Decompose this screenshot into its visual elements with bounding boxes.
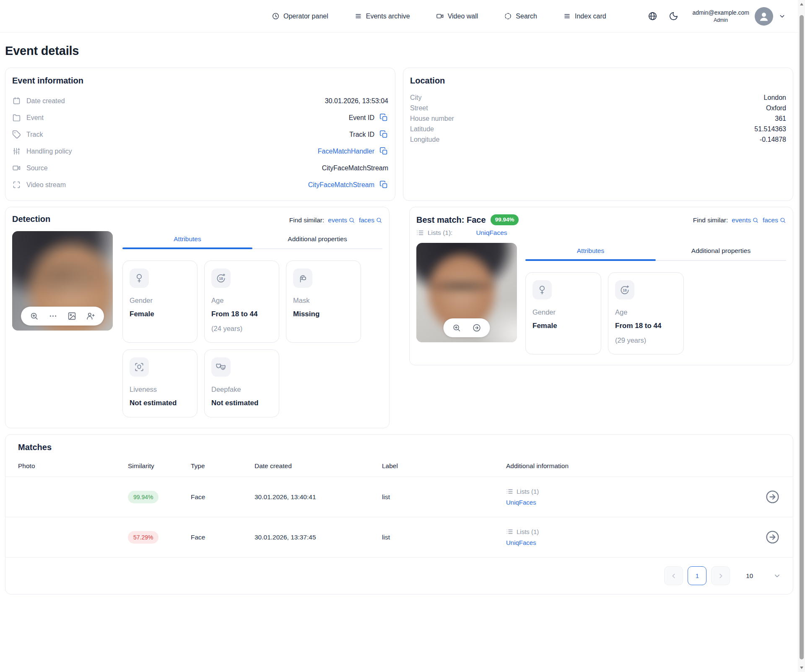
tab-additional-properties[interactable]: Additional properties: [656, 243, 786, 260]
page-size-chevron-icon[interactable]: [773, 572, 781, 580]
handling-policy-link[interactable]: FaceMatchHandler: [318, 148, 374, 155]
tab-attributes[interactable]: Attributes: [525, 243, 656, 260]
info-row-event: Event Event ID: [12, 111, 388, 124]
list-icon: [563, 12, 571, 20]
scrollbar[interactable]: [798, 0, 805, 672]
attribute-card-age: 18 Age From 18 to 44 (29 years): [608, 272, 684, 354]
header-controls: admin@example.com Admin: [648, 7, 786, 26]
column-similarity: Similarity: [128, 462, 191, 470]
find-similar-bar: Find similar: events faces: [289, 216, 382, 224]
open-match-arrow-icon[interactable]: [765, 489, 780, 505]
copy-icon[interactable]: [379, 113, 388, 122]
user-role: Admin: [692, 17, 749, 23]
attribute-card-age: 18 Age From 18 to 44 (24 years): [204, 260, 279, 343]
similarity-badge: 57.29%: [128, 531, 158, 544]
street-value: Oxford: [766, 104, 786, 112]
page-title: Event details: [5, 44, 793, 58]
lists-link-uniqfaces[interactable]: UniqFaces: [506, 539, 757, 546]
page-size-value[interactable]: 10: [746, 572, 753, 579]
column-date-created: Date created: [254, 462, 382, 470]
scroll-down-arrow[interactable]: [798, 664, 805, 671]
latitude-value: 51.514363: [754, 125, 786, 133]
lists-icon: [416, 229, 424, 237]
detection-face-photo[interactable]: [12, 231, 113, 331]
best-match-score-badge: 99.94%: [491, 214, 519, 225]
deepfake-masks-icon: [211, 357, 231, 377]
clock-icon: [272, 12, 280, 20]
go-to-arrow-icon[interactable]: [473, 323, 481, 332]
match-lists: Lists (1): [506, 528, 757, 535]
lists-link-uniqfaces[interactable]: UniqFaces: [506, 499, 757, 506]
attribute-card-mask: Mask Missing: [286, 260, 361, 343]
match-label: list: [382, 534, 506, 541]
user-menu[interactable]: admin@example.com Admin: [692, 7, 786, 26]
list-icon: [354, 12, 362, 20]
find-similar-faces-link[interactable]: faces: [763, 216, 786, 224]
find-similar-events-link[interactable]: events: [732, 216, 759, 224]
best-match-title: Best match: Face: [416, 215, 486, 225]
more-options-icon[interactable]: [49, 312, 57, 320]
matches-card: Matches Photo Similarity Type Date creat…: [5, 434, 793, 594]
nav-video-wall[interactable]: Video wall: [436, 12, 478, 20]
female-icon: [532, 280, 552, 300]
lists-link-uniqfaces[interactable]: UniqFaces: [476, 229, 507, 237]
zoom-in-icon[interactable]: [452, 323, 461, 332]
info-row-video-stream: Video stream CityFaceMatchStream: [12, 178, 388, 191]
location-row-city: City London: [410, 92, 786, 103]
column-label: Label: [382, 462, 506, 470]
fullscreen-icon: [12, 180, 21, 189]
attribute-card-liveness: Liveness Not estimated: [122, 349, 197, 417]
copy-icon[interactable]: [379, 147, 388, 156]
location-row-longitude: Longitude -0.14878: [410, 134, 786, 145]
tab-additional-properties[interactable]: Additional properties: [252, 231, 382, 248]
scrollbar-thumb[interactable]: [800, 15, 804, 659]
info-row-source: Source CityFaceMatchStream: [12, 161, 388, 175]
main-nav: Operator panel Events archive Video wall…: [272, 12, 606, 20]
user-email: admin@example.com: [692, 9, 749, 16]
copy-icon[interactable]: [379, 130, 388, 139]
best-match-tabs: Attributes Additional properties: [525, 243, 786, 261]
best-match-face-photo[interactable]: [416, 243, 517, 342]
info-row-date-created: Date created 30.01.2026, 13:53:04: [12, 94, 388, 107]
tag-icon: [12, 130, 21, 139]
nav-index-card[interactable]: Index card: [563, 12, 606, 20]
match-type: Face: [191, 534, 254, 541]
match-lists: Lists (1): [506, 488, 757, 495]
nav-events-archive[interactable]: Events archive: [354, 12, 410, 20]
previous-page-button[interactable]: [664, 566, 683, 585]
nav-search[interactable]: Search: [504, 12, 537, 20]
language-globe-icon[interactable]: [648, 11, 657, 21]
add-person-icon[interactable]: [86, 312, 95, 320]
match-label: list: [382, 493, 506, 501]
svg-text:18: 18: [623, 288, 627, 292]
find-similar-faces-link[interactable]: faces: [359, 216, 382, 224]
zoom-in-icon[interactable]: [30, 312, 39, 320]
location-row-house-number: House number 361: [410, 113, 786, 124]
table-row[interactable]: 99.94% Face 30.01.2026, 13:40:41 list Li…: [5, 477, 793, 517]
image-icon[interactable]: [68, 312, 76, 320]
dark-mode-moon-icon[interactable]: [669, 11, 678, 21]
open-match-arrow-icon[interactable]: [765, 529, 780, 545]
tab-attributes[interactable]: Attributes: [122, 231, 252, 248]
copy-icon[interactable]: [379, 180, 388, 189]
detection-title: Detection: [12, 214, 50, 224]
attribute-card-deepfake: Deepfake Not estimated: [204, 349, 279, 417]
attribute-card-gender: Gender Female: [525, 272, 601, 354]
pagination: 1 10: [5, 557, 793, 594]
table-row[interactable]: 57.29% Face 30.01.2026, 13:37:45 list Li…: [5, 517, 793, 557]
mask-icon: [293, 268, 312, 288]
nav-operator-panel[interactable]: Operator panel: [272, 12, 328, 20]
nav-label: Events archive: [366, 13, 410, 20]
find-similar-events-link[interactable]: events: [328, 216, 355, 224]
photo-toolbar: [444, 318, 490, 337]
longitude-value: -0.14878: [760, 136, 786, 143]
match-date-created: 30.01.2026, 13:40:41: [254, 493, 382, 501]
scroll-up-arrow[interactable]: [798, 1, 805, 8]
location-card: Location City London Street Oxford House…: [403, 68, 793, 201]
age-18-icon: 18: [615, 280, 634, 300]
similarity-badge: 99.94%: [128, 491, 158, 503]
video-stream-link[interactable]: CityFaceMatchStream: [308, 181, 374, 189]
next-page-button[interactable]: [711, 566, 730, 585]
current-page-button[interactable]: 1: [688, 566, 706, 585]
calendar-icon: [12, 96, 21, 105]
